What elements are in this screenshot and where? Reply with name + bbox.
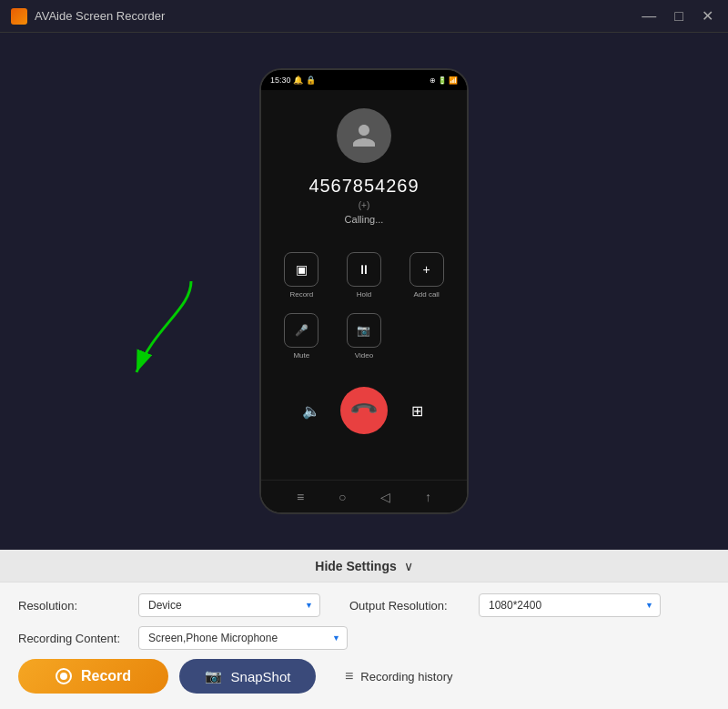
snapshot-button-label: SnapShot [231, 669, 291, 684]
settings-panel: Hide Settings ∨ Resolution: Device 720p … [0, 550, 728, 709]
minimize-button[interactable]: — [638, 9, 660, 24]
caller-avatar [337, 108, 391, 163]
action-video: 📷 Video [342, 313, 387, 360]
resolution-row: Resolution: Device 720p 1080p Custom Out… [18, 593, 710, 617]
action-record: ▣ Record [279, 252, 324, 299]
hide-settings-label: Hide Settings [315, 559, 396, 573]
phone-nav-bar: ≡ ○ ◁ ↑ [261, 480, 467, 512]
status-icons: ⊕ 🔋 📶 [430, 76, 458, 85]
addcall-icon: + [423, 262, 430, 277]
close-button[interactable]: ✕ [698, 9, 717, 24]
output-resolution-label: Output Resolution: [349, 599, 468, 613]
action-buttons-row: Record 📷 SnapShot ≡ Recording history [18, 659, 710, 694]
action-hold: ⏸ Hold [342, 252, 387, 299]
action-video-btn[interactable]: 📷 [347, 313, 381, 348]
caller-number: 4567854269 [308, 176, 419, 197]
call-actions-grid: ▣ Record ⏸ Hold + Add call [270, 252, 458, 360]
recording-content-select[interactable]: Screen,Phone Microphone Screen Only Scre… [138, 626, 348, 650]
speaker-icon: 🔈 [302, 402, 320, 420]
action-mute-label: Mute [293, 351, 309, 360]
output-resolution-select-wrapper: 1080*2400 720*1280 540*960 [479, 593, 661, 617]
person-icon [350, 122, 378, 149]
recording-content-select-wrapper: Screen,Phone Microphone Screen Only Scre… [138, 626, 348, 650]
main-area: 15:30 🔔 🔒 ⊕ 🔋 📶 4567854269 (+) Calling..… [0, 33, 728, 550]
snapshot-button[interactable]: 📷 SnapShot [179, 659, 316, 694]
action-addcall-btn[interactable]: + [410, 252, 444, 287]
title-bar-left: AVAide Screen Recorder [11, 8, 165, 25]
phone-mockup: 15:30 🔔 🔒 ⊕ 🔋 📶 4567854269 (+) Calling..… [259, 68, 469, 514]
output-resolution-select[interactable]: 1080*2400 720*1280 540*960 [479, 593, 661, 617]
recording-history-icon: ≡ [345, 668, 353, 684]
mute-icon: 🎤 [295, 324, 308, 337]
action-hold-label: Hold [357, 290, 371, 299]
recording-content-row: Recording Content: Screen,Phone Micropho… [18, 626, 710, 650]
settings-content: Resolution: Device 720p 1080p Custom Out… [0, 582, 728, 703]
action-record-btn[interactable]: ▣ [284, 252, 318, 287]
action-addcall: + Add call [404, 252, 449, 299]
record-circle-icon [56, 668, 72, 684]
end-call-icon: 📞 [349, 395, 380, 427]
caller-sub: (+) [359, 200, 370, 210]
record-action-icon: ▣ [296, 262, 308, 277]
nav-recents-icon[interactable]: ↑ [425, 490, 431, 504]
maximize-button[interactable]: □ [671, 9, 687, 24]
hold-icon: ⏸ [358, 262, 370, 277]
action-mute: 🎤 Mute [279, 313, 324, 360]
record-button-label: Record [81, 668, 131, 684]
end-call-button[interactable]: 📞 [340, 387, 388, 434]
resolution-select[interactable]: Device 720p 1080p Custom [138, 593, 320, 617]
recording-history-label: Recording history [360, 670, 452, 684]
nav-home-icon[interactable]: ○ [339, 490, 346, 504]
video-icon: 📷 [357, 324, 370, 337]
recording-content-label: Recording Content: [18, 632, 127, 645]
hide-settings-chevron-icon: ∨ [404, 559, 413, 573]
app-icon [11, 8, 27, 25]
record-button[interactable]: Record [18, 659, 168, 694]
action-video-label: Video [355, 351, 373, 360]
action-addcall-label: Add call [413, 290, 439, 299]
recording-history-link[interactable]: ≡ Recording history [345, 668, 453, 684]
record-dot [60, 673, 67, 680]
resolution-label: Resolution: [18, 599, 127, 613]
nav-menu-icon[interactable]: ≡ [297, 490, 304, 504]
caller-status: Calling... [345, 214, 384, 225]
green-arrow-annotation [118, 272, 228, 390]
hide-settings-bar[interactable]: Hide Settings ∨ [0, 550, 728, 582]
title-bar: AVAide Screen Recorder — □ ✕ [0, 0, 728, 33]
resolution-select-wrapper: Device 720p 1080p Custom [138, 593, 320, 617]
phone-status-bar: 15:30 🔔 🔒 ⊕ 🔋 📶 [261, 70, 467, 90]
dialpad-icon: ⊞ [411, 402, 423, 420]
action-mute-btn[interactable]: 🎤 [284, 313, 318, 348]
phone-content: 4567854269 (+) Calling... ▣ Record ⏸ Hol… [261, 90, 467, 480]
window-controls: — □ ✕ [638, 9, 717, 24]
nav-back-icon[interactable]: ◁ [380, 490, 390, 504]
main-call-controls: 🔈 📞 ⊞ [270, 387, 458, 434]
status-time: 15:30 🔔 🔒 [270, 76, 316, 85]
speaker-button[interactable]: 🔈 [295, 394, 328, 427]
camera-icon: 📷 [205, 668, 222, 684]
dialpad-button[interactable]: ⊞ [400, 394, 433, 427]
app-title: AVAide Screen Recorder [35, 9, 165, 23]
action-hold-btn[interactable]: ⏸ [347, 252, 381, 287]
action-record-label: Record [289, 290, 313, 299]
